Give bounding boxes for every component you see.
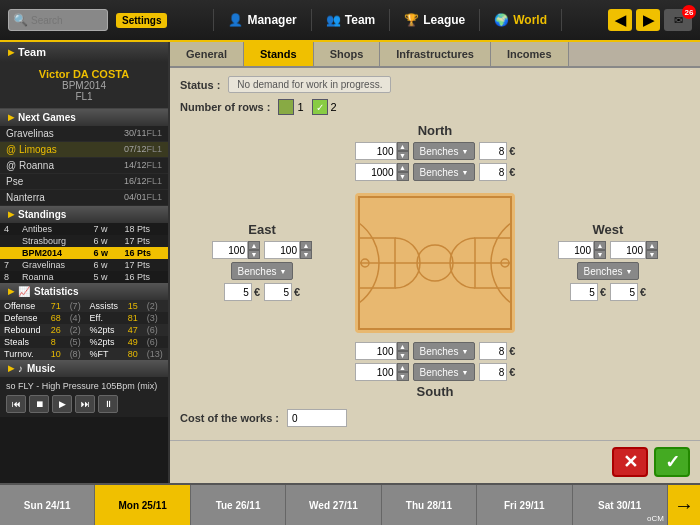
east-cap1-down[interactable]: ▼	[248, 250, 260, 259]
mail-icon: ✉	[674, 14, 683, 27]
south-type2-dropdown[interactable]: Benches	[413, 363, 476, 381]
statistics-icon: 📈	[18, 286, 30, 297]
music-pause-button[interactable]: ⏸	[98, 395, 118, 413]
south-price2-input[interactable]	[479, 363, 507, 381]
west-price1-input[interactable]	[570, 283, 598, 301]
cal-day-tue[interactable]: Tue 26/11	[191, 485, 286, 525]
row1-label: 1	[297, 101, 303, 113]
north-cap2-up[interactable]: ▲	[397, 163, 409, 172]
north-type2-dropdown[interactable]: Benches	[413, 163, 476, 181]
east-cap2-input[interactable]	[264, 241, 300, 259]
music-prev-button[interactable]: ⏮	[6, 395, 26, 413]
north-price1-input[interactable]	[479, 142, 507, 160]
south-price1-input[interactable]	[479, 342, 507, 360]
tab-infrastructures[interactable]: Infrastructures	[380, 42, 491, 66]
calendar-bar: Sun 24/11 Mon 25/11 Tue 26/11 Wed 27/11 …	[0, 483, 700, 525]
music-play-button[interactable]: ▶	[52, 395, 72, 413]
nav-league[interactable]: 🏆 League	[390, 9, 480, 31]
north-cap2-down[interactable]: ▼	[397, 172, 409, 181]
east-price1-input[interactable]	[224, 283, 252, 301]
east-cap1-input[interactable]	[212, 241, 248, 259]
east-cap2-down[interactable]: ▼	[300, 250, 312, 259]
next-games-header: Next Games	[0, 109, 168, 126]
nav-world-label: World	[513, 13, 547, 27]
next-games-list: Gravelinas 30/11 FL1 @ Limogas 07/12 FL1…	[0, 126, 168, 206]
south-cap2-up[interactable]: ▲	[397, 363, 409, 372]
court-container: North ▲ ▼ Benches €	[180, 123, 690, 403]
south-cap1-input[interactable]	[355, 342, 397, 360]
south-cap2-down[interactable]: ▼	[397, 372, 409, 381]
north-type1-dropdown[interactable]: Benches	[413, 142, 476, 160]
north-cap1-up[interactable]: ▲	[397, 142, 409, 151]
cost-value-input[interactable]	[287, 409, 347, 427]
euro-icon: €	[640, 286, 646, 298]
nav-manager[interactable]: 👤 Manager	[213, 9, 311, 31]
south-capacity-2: ▲ ▼	[355, 363, 409, 381]
manager-icon: 👤	[228, 13, 243, 27]
north-price-2: €	[479, 163, 515, 181]
cal-day-thu[interactable]: Thu 28/11	[382, 485, 477, 525]
nav-back-button[interactable]: ◀	[608, 9, 632, 31]
east-type-dropdown[interactable]: Benches	[231, 262, 294, 280]
cancel-button[interactable]: ✕	[612, 447, 648, 477]
nav-team[interactable]: 👥 Team	[312, 9, 390, 31]
row2-checkbox[interactable]: ✓	[312, 99, 328, 115]
south-type1-dropdown[interactable]: Benches	[413, 342, 476, 360]
music-next-button[interactable]: ⏭	[75, 395, 95, 413]
tab-shops[interactable]: Shops	[314, 42, 381, 66]
cal-day-fri[interactable]: Fri 29/11	[477, 485, 572, 525]
game-row: @ Roanna 14/12 FL1	[0, 158, 168, 174]
cost-label: Cost of the works :	[180, 412, 279, 424]
west-cap2-down[interactable]: ▼	[646, 250, 658, 259]
team-section-label: Team	[18, 46, 46, 58]
mail-button[interactable]: ✉ 26	[664, 9, 692, 31]
south-cap1-up[interactable]: ▲	[397, 342, 409, 351]
search-input[interactable]	[31, 15, 101, 26]
tabs: General Stands Shops Infrastructures Inc…	[170, 42, 700, 68]
cal-day-sun[interactable]: Sun 24/11	[0, 485, 95, 525]
north-cap1-down[interactable]: ▼	[397, 151, 409, 160]
world-icon: 🌍	[494, 13, 509, 27]
stats-table-container: Offense 71 (7) Assists 15 (2) Defense 68…	[0, 300, 168, 360]
tab-general[interactable]: General	[170, 42, 244, 66]
trophy-icon: 🏆	[404, 13, 419, 27]
north-price2-input[interactable]	[479, 163, 507, 181]
west-type-dropdown[interactable]: Benches	[577, 262, 640, 280]
confirm-button[interactable]: ✓	[654, 447, 690, 477]
team-id: BPM2014	[8, 80, 160, 91]
east-price-2: €	[264, 283, 300, 301]
cal-day-wed[interactable]: Wed 27/11	[286, 485, 381, 525]
row1-checkbox[interactable]	[278, 99, 294, 115]
west-cap2-up[interactable]: ▲	[646, 241, 658, 250]
east-cap2-up[interactable]: ▲	[300, 241, 312, 250]
search-icon: 🔍	[13, 13, 28, 27]
north-capacity-2: ▲ ▼	[355, 163, 409, 181]
nav-world[interactable]: 🌍 World	[480, 9, 562, 31]
west-price2-input[interactable]	[610, 283, 638, 301]
tab-incomes[interactable]: Incomes	[491, 42, 569, 66]
west-cap1-down[interactable]: ▼	[594, 250, 606, 259]
east-price2-input[interactable]	[264, 283, 292, 301]
north-cap1-input[interactable]	[355, 142, 397, 160]
euro-icon: €	[509, 366, 515, 378]
music-stop-button[interactable]: ⏹	[29, 395, 49, 413]
calendar-next-button[interactable]: →	[668, 485, 700, 525]
north-cap2-input[interactable]	[355, 163, 397, 181]
search-bar[interactable]: 🔍	[8, 9, 108, 31]
cost-row: Cost of the works :	[180, 409, 690, 427]
settings-button[interactable]: Settings	[116, 13, 167, 28]
north-capacity-1: ▲ ▼	[355, 142, 409, 160]
cal-day-mon[interactable]: Mon 25/11	[95, 485, 190, 525]
music-controls: ⏮ ⏹ ▶ ⏭ ⏸	[6, 395, 162, 413]
south-cap1-down[interactable]: ▼	[397, 351, 409, 360]
west-cap2-input[interactable]	[610, 241, 646, 259]
south-price-1: €	[479, 342, 515, 360]
south-cap2-input[interactable]	[355, 363, 397, 381]
calendar-footer-label: oCM	[647, 514, 664, 523]
east-cap1-up[interactable]: ▲	[248, 241, 260, 250]
nav-forward-button[interactable]: ▶	[636, 9, 660, 31]
west-cap1-up[interactable]: ▲	[594, 241, 606, 250]
east-label: East	[182, 222, 342, 237]
west-cap1-input[interactable]	[558, 241, 594, 259]
tab-stands[interactable]: Stands	[244, 42, 314, 66]
